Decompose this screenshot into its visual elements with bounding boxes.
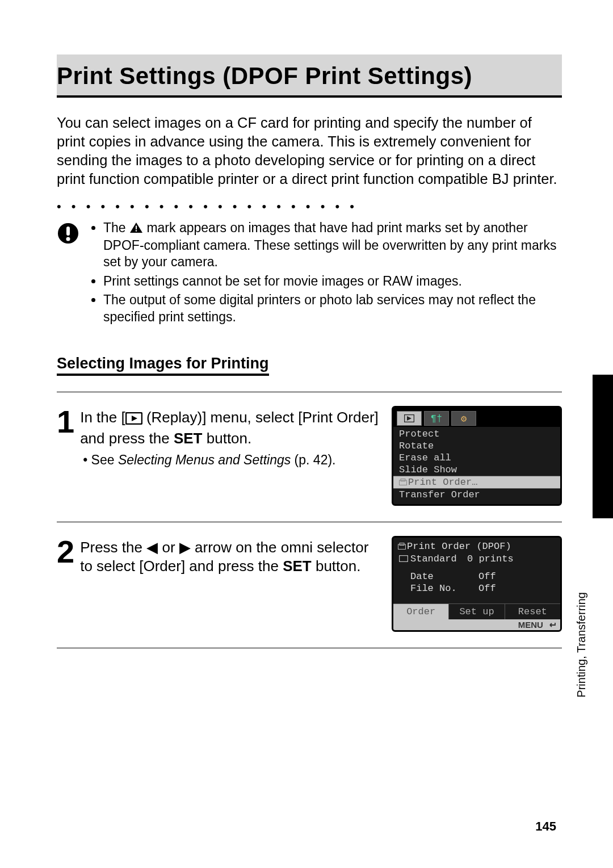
setup-tab-icon: ¶†	[424, 411, 449, 426]
print-order-header-icon	[398, 541, 407, 552]
svg-point-4	[136, 230, 137, 232]
subheading: Selecting Images for Printing	[57, 355, 269, 376]
screenshot-replay-menu: ¶† ⚙ ProtectRotateErase allSlide ShowPri…	[392, 406, 562, 506]
svg-rect-3	[136, 225, 137, 229]
replay-menu-item: Transfer Order	[399, 489, 556, 501]
separator-dots: • • • • • • • • • • • • • • • • • • • • …	[57, 199, 562, 214]
side-section-label: Printing, Transferring	[575, 592, 588, 698]
left-arrow-icon: ◀	[146, 539, 158, 556]
replay-menu-item: Protect	[399, 428, 556, 440]
right-arrow-icon: ▶	[179, 539, 191, 556]
screenshot-print-order: Print Order (DPOF) Standard 0 prints Dat…	[392, 536, 562, 632]
side-tab-marker	[593, 375, 613, 518]
page-title-block: Print Settings (DPOF Print Settings)	[57, 54, 562, 98]
replay-menu-item: Rotate	[399, 440, 556, 452]
menu-bar-label: MENU	[518, 620, 543, 630]
print-order-button: Order	[393, 604, 449, 619]
print-order-item-icon	[399, 477, 408, 488]
menu-return-icon	[545, 620, 556, 630]
replay-icon	[125, 410, 142, 429]
replay-menu-item: Print Order…	[393, 476, 560, 489]
caution-item-3: The output of some digital printers or p…	[103, 292, 562, 325]
replay-menu-item: Erase all	[399, 452, 556, 464]
print-order-button: Reset	[505, 604, 560, 619]
page-title: Print Settings (DPOF Print Settings)	[57, 60, 562, 95]
card-icon	[399, 553, 410, 564]
warning-triangle-icon	[129, 221, 143, 237]
svg-rect-1	[66, 227, 70, 236]
svg-point-2	[66, 237, 70, 241]
replay-menu-item: Slide Show	[399, 464, 556, 476]
step-2: 2 Press the ◀ or ▶ arrow on the omni sel…	[57, 522, 562, 648]
intro-paragraph: You can select images on a CF card for p…	[57, 114, 562, 189]
mycamera-tab-icon: ⚙	[451, 411, 476, 426]
caution-list: The mark appears on images that have had…	[89, 220, 562, 328]
caution-icon	[57, 220, 79, 247]
replay-tab-icon	[397, 411, 422, 426]
caution-item-2: Print settings cannot be set for movie i…	[103, 273, 562, 290]
caution-item-1: The mark appears on images that have had…	[103, 220, 562, 271]
step-1: 1 In the [ (Replay)] menu, select [Print…	[57, 392, 562, 522]
svg-rect-11	[400, 556, 408, 562]
step-1-subtext: • See Selecting Menus and Settings (p. 4…	[80, 452, 380, 468]
step-1-number: 1	[57, 406, 74, 435]
print-order-button: Set up	[449, 604, 505, 619]
page-number: 145	[535, 819, 556, 834]
step-2-number: 2	[57, 536, 74, 565]
